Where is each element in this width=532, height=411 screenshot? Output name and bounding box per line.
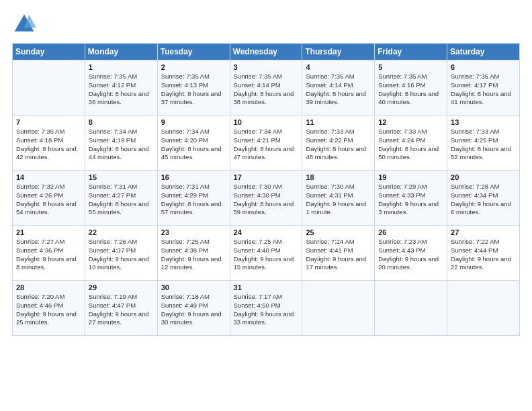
- day-number: 13: [451, 118, 516, 126]
- calendar-cell: 1Sunrise: 7:35 AMSunset: 4:12 PMDaylight…: [85, 60, 157, 116]
- day-header-thursday: Thursday: [302, 44, 375, 60]
- calendar-cell: 26Sunrise: 7:23 AMSunset: 4:43 PMDayligh…: [375, 226, 447, 281]
- cell-info: Sunrise: 7:17 AMSunset: 4:50 PMDaylight:…: [234, 293, 299, 327]
- day-header-tuesday: Tuesday: [157, 44, 230, 60]
- day-number: 24: [234, 228, 299, 236]
- day-number: 11: [306, 118, 371, 126]
- day-header-monday: Monday: [85, 44, 157, 60]
- day-number: 4: [306, 63, 371, 71]
- calendar-cell: 9Sunrise: 7:34 AMSunset: 4:20 PMDaylight…: [157, 116, 230, 171]
- day-number: 16: [161, 173, 226, 181]
- calendar-cell: 15Sunrise: 7:31 AMSunset: 4:27 PMDayligh…: [85, 171, 157, 226]
- calendar-cell: 13Sunrise: 7:33 AMSunset: 4:25 PMDayligh…: [447, 116, 520, 171]
- day-number: 25: [306, 228, 371, 236]
- day-number: 30: [161, 283, 226, 291]
- day-number: 8: [89, 118, 154, 126]
- calendar-cell: 4Sunrise: 7:35 AMSunset: 4:14 PMDaylight…: [302, 60, 375, 116]
- calendar-cell: 14Sunrise: 7:32 AMSunset: 4:26 PMDayligh…: [13, 171, 85, 226]
- calendar-cell: 19Sunrise: 7:29 AMSunset: 4:33 PMDayligh…: [375, 171, 447, 226]
- calendar-cell: 11Sunrise: 7:33 AMSunset: 4:22 PMDayligh…: [302, 116, 375, 171]
- calendar-cell: 3Sunrise: 7:35 AMSunset: 4:14 PMDaylight…: [230, 60, 302, 116]
- calendar-cell: 7Sunrise: 7:35 AMSunset: 4:18 PMDaylight…: [13, 116, 85, 171]
- cell-info: Sunrise: 7:32 AMSunset: 4:26 PMDaylight:…: [16, 183, 81, 217]
- calendar-cell: 18Sunrise: 7:30 AMSunset: 4:31 PMDayligh…: [302, 171, 375, 226]
- calendar-cell: [13, 60, 85, 116]
- day-number: 21: [16, 228, 81, 236]
- day-header-wednesday: Wednesday: [230, 44, 302, 60]
- calendar-cell: 2Sunrise: 7:35 AMSunset: 4:13 PMDaylight…: [157, 60, 230, 116]
- cell-info: Sunrise: 7:25 AMSunset: 4:40 PMDaylight:…: [234, 238, 299, 272]
- day-number: 28: [16, 283, 81, 291]
- cell-info: Sunrise: 7:30 AMSunset: 4:30 PMDaylight:…: [234, 183, 299, 217]
- week-row-3: 14Sunrise: 7:32 AMSunset: 4:26 PMDayligh…: [13, 171, 520, 226]
- cell-info: Sunrise: 7:31 AMSunset: 4:27 PMDaylight:…: [89, 183, 154, 217]
- day-number: 2: [161, 63, 226, 71]
- cell-info: Sunrise: 7:19 AMSunset: 4:47 PMDaylight:…: [89, 293, 154, 327]
- cell-info: Sunrise: 7:24 AMSunset: 4:41 PMDaylight:…: [306, 238, 371, 272]
- cell-info: Sunrise: 7:35 AMSunset: 4:14 PMDaylight:…: [234, 73, 299, 107]
- day-number: 1: [89, 63, 154, 71]
- day-number: 27: [451, 228, 516, 236]
- cell-info: Sunrise: 7:33 AMSunset: 4:25 PMDaylight:…: [451, 128, 516, 162]
- cell-info: Sunrise: 7:23 AMSunset: 4:43 PMDaylight:…: [378, 238, 443, 272]
- cell-info: Sunrise: 7:34 AMSunset: 4:21 PMDaylight:…: [234, 128, 299, 162]
- header-row: SundayMondayTuesdayWednesdayThursdayFrid…: [13, 44, 520, 60]
- calendar-cell: [302, 281, 375, 336]
- cell-info: Sunrise: 7:29 AMSunset: 4:33 PMDaylight:…: [378, 183, 443, 217]
- cell-info: Sunrise: 7:35 AMSunset: 4:14 PMDaylight:…: [306, 73, 371, 107]
- day-number: 14: [16, 173, 81, 181]
- day-number: 26: [378, 228, 443, 236]
- logo: [12, 12, 39, 36]
- calendar-cell: 17Sunrise: 7:30 AMSunset: 4:30 PMDayligh…: [230, 171, 302, 226]
- calendar-cell: 16Sunrise: 7:31 AMSunset: 4:29 PMDayligh…: [157, 171, 230, 226]
- day-number: 18: [306, 173, 371, 181]
- cell-info: Sunrise: 7:31 AMSunset: 4:29 PMDaylight:…: [161, 183, 226, 217]
- cell-info: Sunrise: 7:27 AMSunset: 4:36 PMDaylight:…: [16, 238, 81, 272]
- calendar-table: SundayMondayTuesdayWednesdayThursdayFrid…: [12, 43, 520, 336]
- day-number: 12: [378, 118, 443, 126]
- day-number: 23: [161, 228, 226, 236]
- day-number: 6: [451, 63, 516, 71]
- day-number: 10: [234, 118, 299, 126]
- cell-info: Sunrise: 7:35 AMSunset: 4:18 PMDaylight:…: [16, 128, 81, 162]
- calendar-cell: 30Sunrise: 7:18 AMSunset: 4:49 PMDayligh…: [157, 281, 230, 336]
- calendar-cell: 25Sunrise: 7:24 AMSunset: 4:41 PMDayligh…: [302, 226, 375, 281]
- logo-icon: [12, 12, 36, 36]
- day-number: 20: [451, 173, 516, 181]
- calendar-cell: 6Sunrise: 7:35 AMSunset: 4:17 PMDaylight…: [447, 60, 520, 116]
- calendar-cell: 8Sunrise: 7:34 AMSunset: 4:19 PMDaylight…: [85, 116, 157, 171]
- week-row-5: 28Sunrise: 7:20 AMSunset: 4:46 PMDayligh…: [13, 281, 520, 336]
- cell-info: Sunrise: 7:22 AMSunset: 4:44 PMDaylight:…: [451, 238, 516, 272]
- day-number: 31: [234, 283, 299, 291]
- day-header-sunday: Sunday: [13, 44, 85, 60]
- calendar-cell: 31Sunrise: 7:17 AMSunset: 4:50 PMDayligh…: [230, 281, 302, 336]
- cell-info: Sunrise: 7:35 AMSunset: 4:17 PMDaylight:…: [451, 73, 516, 107]
- cell-info: Sunrise: 7:18 AMSunset: 4:49 PMDaylight:…: [161, 293, 226, 327]
- day-header-friday: Friday: [375, 44, 447, 60]
- calendar-cell: 12Sunrise: 7:33 AMSunset: 4:24 PMDayligh…: [375, 116, 447, 171]
- day-number: 15: [89, 173, 154, 181]
- day-number: 17: [234, 173, 299, 181]
- day-number: 19: [378, 173, 443, 181]
- cell-info: Sunrise: 7:20 AMSunset: 4:46 PMDaylight:…: [16, 293, 81, 327]
- cell-info: Sunrise: 7:34 AMSunset: 4:19 PMDaylight:…: [89, 128, 154, 162]
- cell-info: Sunrise: 7:30 AMSunset: 4:31 PMDaylight:…: [306, 183, 371, 217]
- calendar-cell: 24Sunrise: 7:25 AMSunset: 4:40 PMDayligh…: [230, 226, 302, 281]
- cell-info: Sunrise: 7:25 AMSunset: 4:38 PMDaylight:…: [161, 238, 226, 272]
- calendar-cell: 5Sunrise: 7:35 AMSunset: 4:16 PMDaylight…: [375, 60, 447, 116]
- week-row-4: 21Sunrise: 7:27 AMSunset: 4:36 PMDayligh…: [13, 226, 520, 281]
- calendar-cell: 21Sunrise: 7:27 AMSunset: 4:36 PMDayligh…: [13, 226, 85, 281]
- cell-info: Sunrise: 7:33 AMSunset: 4:24 PMDaylight:…: [378, 128, 443, 162]
- cell-info: Sunrise: 7:26 AMSunset: 4:37 PMDaylight:…: [89, 238, 154, 272]
- cell-info: Sunrise: 7:35 AMSunset: 4:16 PMDaylight:…: [378, 73, 443, 107]
- calendar-cell: [447, 281, 520, 336]
- cell-info: Sunrise: 7:33 AMSunset: 4:22 PMDaylight:…: [306, 128, 371, 162]
- calendar-cell: 23Sunrise: 7:25 AMSunset: 4:38 PMDayligh…: [157, 226, 230, 281]
- week-row-2: 7Sunrise: 7:35 AMSunset: 4:18 PMDaylight…: [13, 116, 520, 171]
- cell-info: Sunrise: 7:28 AMSunset: 4:34 PMDaylight:…: [451, 183, 516, 217]
- day-number: 9: [161, 118, 226, 126]
- calendar-cell: 10Sunrise: 7:34 AMSunset: 4:21 PMDayligh…: [230, 116, 302, 171]
- calendar-cell: 27Sunrise: 7:22 AMSunset: 4:44 PMDayligh…: [447, 226, 520, 281]
- calendar-cell: 22Sunrise: 7:26 AMSunset: 4:37 PMDayligh…: [85, 226, 157, 281]
- page: SundayMondayTuesdayWednesdayThursdayFrid…: [0, 0, 532, 411]
